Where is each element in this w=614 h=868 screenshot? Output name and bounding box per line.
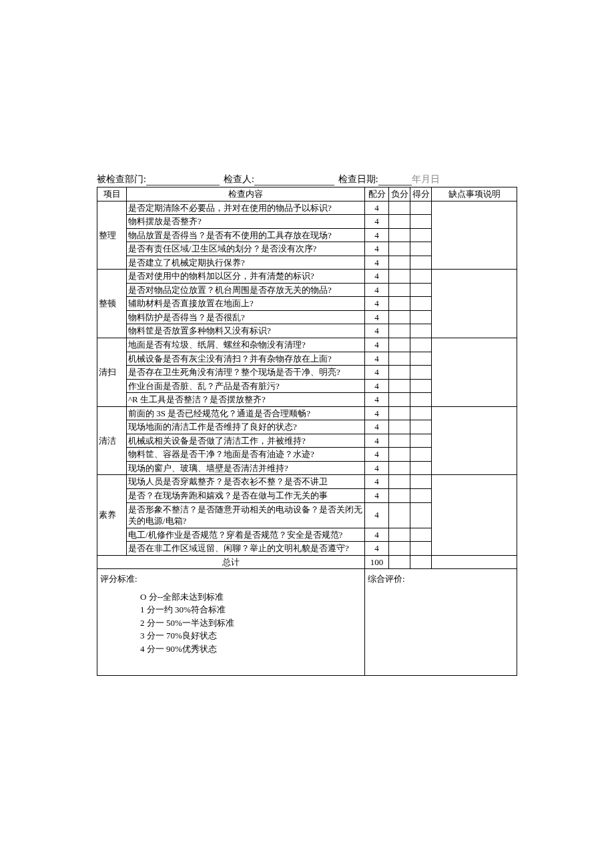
score-cell[interactable]: [410, 338, 432, 352]
score-cell[interactable]: [410, 324, 432, 338]
note-cell[interactable]: [432, 406, 517, 475]
content-cell: 物料摆放是否整齐?: [127, 215, 365, 229]
deduct-cell[interactable]: [389, 489, 410, 503]
score-cell[interactable]: [410, 215, 432, 229]
content-cell: 物料筐、容器是否干净？地面是否有油迹？水迹?: [127, 448, 365, 462]
score-cell[interactable]: [410, 283, 432, 297]
score-cell[interactable]: [410, 228, 432, 242]
deduct-cell[interactable]: [389, 270, 410, 284]
deduct-cell[interactable]: [389, 542, 410, 556]
content-cell: 是否形象不整洁？是否随意开动相关的电动设备？是否关闭无关的电源/电箱?: [127, 502, 365, 528]
content-cell: 电工/机修作业是否规范？穿着是否规范？安全是否规范?: [127, 528, 365, 542]
content-cell: 是否定期清除不必要品，并对在使用的物品予以标识?: [127, 201, 365, 215]
assigned-score-cell: 4: [365, 366, 389, 380]
content-cell: 现场人员是否穿戴整齐？是否衣衫不整？是否不讲卫: [127, 475, 365, 489]
content-cell: 辅助材料是否直接放置在地面上?: [127, 297, 365, 311]
deduct-cell[interactable]: [389, 283, 410, 297]
score-cell[interactable]: [410, 448, 432, 462]
score-cell[interactable]: [410, 542, 432, 556]
note-cell[interactable]: [432, 338, 517, 407]
deduct-cell[interactable]: [389, 256, 410, 270]
deduct-cell[interactable]: [389, 310, 410, 324]
deduct-cell[interactable]: [389, 297, 410, 311]
col-note: 缺点事项说明: [432, 187, 517, 201]
score-cell[interactable]: [410, 242, 432, 256]
score-cell[interactable]: [410, 406, 432, 420]
content-cell: ^R 生工具是否整洁？是否摆放整齐?: [127, 393, 365, 407]
deduct-cell[interactable]: [389, 420, 410, 434]
score-cell[interactable]: [410, 270, 432, 284]
assigned-score-cell: 4: [365, 489, 389, 503]
deduct-cell[interactable]: [389, 215, 410, 229]
score-cell[interactable]: [410, 489, 432, 503]
score-cell[interactable]: [410, 528, 432, 542]
criteria-line: 1 分一约 30%符合标准: [140, 603, 362, 616]
score-cell[interactable]: [410, 352, 432, 366]
score-cell[interactable]: [410, 297, 432, 311]
score-cell[interactable]: [410, 393, 432, 407]
content-cell: 前面的 3S 是否已经规范化？通道是否合理顺畅?: [127, 406, 365, 420]
deduct-cell[interactable]: [389, 352, 410, 366]
criteria-line: 2 分一 50%一半达到标准: [140, 616, 362, 630]
assigned-score-cell: 4: [365, 256, 389, 270]
date-blank[interactable]: [378, 185, 412, 185]
table-row: 素养现场人员是否穿戴整齐？是否衣衫不整？是否不讲卫4: [97, 475, 517, 489]
col-category: 项目: [97, 187, 127, 201]
deduct-cell[interactable]: [389, 338, 410, 352]
deduct-cell[interactable]: [389, 242, 410, 256]
assigned-score-cell: 4: [365, 242, 389, 256]
criteria-line: 3 分一 70%良好状态: [140, 629, 362, 642]
deduct-cell[interactable]: [389, 502, 410, 528]
score-cell[interactable]: [410, 366, 432, 380]
score-cell[interactable]: [410, 461, 432, 475]
deduct-cell[interactable]: [389, 475, 410, 489]
score-cell[interactable]: [410, 256, 432, 270]
col-score: 得分: [410, 187, 432, 201]
assigned-score-cell: 4: [365, 448, 389, 462]
deduct-cell[interactable]: [389, 324, 410, 338]
note-cell[interactable]: [432, 270, 517, 338]
content-cell: 是否？在现场奔跑和嬉戏？是否在做与工作无关的事: [127, 489, 365, 503]
score-cell[interactable]: [410, 379, 432, 393]
criteria-line: O 分--全部未达到标准: [140, 590, 362, 604]
criteria-cell: 评分标准:O 分--全部未达到标准1 分一约 30%符合标准2 分一 50%一半…: [97, 569, 365, 676]
inspector-blank[interactable]: [254, 185, 334, 185]
assigned-score-cell: 4: [365, 270, 389, 284]
dept-blank[interactable]: [146, 185, 220, 185]
score-cell[interactable]: [410, 434, 432, 448]
assigned-score-cell: 4: [365, 283, 389, 297]
deduct-cell[interactable]: [389, 228, 410, 242]
score-cell[interactable]: [410, 475, 432, 489]
total-score[interactable]: [410, 555, 432, 569]
content-cell: 机械或相关设备是否做了清洁工作，并被维持?: [127, 434, 365, 448]
content-cell: 物料防护是否得当？是否很乱?: [127, 310, 365, 324]
total-row: 总计100: [97, 555, 517, 569]
total-deduct[interactable]: [389, 555, 410, 569]
assigned-score-cell: 4: [365, 215, 389, 229]
score-cell[interactable]: [410, 201, 432, 215]
total-label: 总计: [97, 555, 365, 569]
evaluation-cell[interactable]: 综合评价:: [365, 569, 517, 676]
deduct-cell[interactable]: [389, 379, 410, 393]
table-body: 整理是否定期清除不必要品，并对在使用的物品予以标识?4物料摆放是否整齐?4物品放…: [97, 201, 517, 676]
category-cell: 清洁: [97, 406, 127, 475]
deduct-cell[interactable]: [389, 434, 410, 448]
score-cell[interactable]: [410, 310, 432, 324]
content-cell: 是否建立了机械定期执行保养?: [127, 256, 365, 270]
category-cell: 清扫: [97, 338, 127, 407]
content-cell: 是否存在卫生死角没有清理？整个现场是否干净、明亮?: [127, 366, 365, 380]
score-cell[interactable]: [410, 502, 432, 528]
deduct-cell[interactable]: [389, 528, 410, 542]
deduct-cell[interactable]: [389, 366, 410, 380]
assigned-score-cell: 4: [365, 393, 389, 407]
content-cell: 现场的窗户、玻璃、墙壁是否清洁并维持?: [127, 461, 365, 475]
deduct-cell[interactable]: [389, 406, 410, 420]
deduct-cell[interactable]: [389, 393, 410, 407]
note-cell[interactable]: [432, 201, 517, 270]
note-cell[interactable]: [432, 475, 517, 555]
deduct-cell[interactable]: [389, 201, 410, 215]
deduct-cell[interactable]: [389, 448, 410, 462]
total-note[interactable]: [432, 555, 517, 569]
deduct-cell[interactable]: [389, 461, 410, 475]
score-cell[interactable]: [410, 420, 432, 434]
